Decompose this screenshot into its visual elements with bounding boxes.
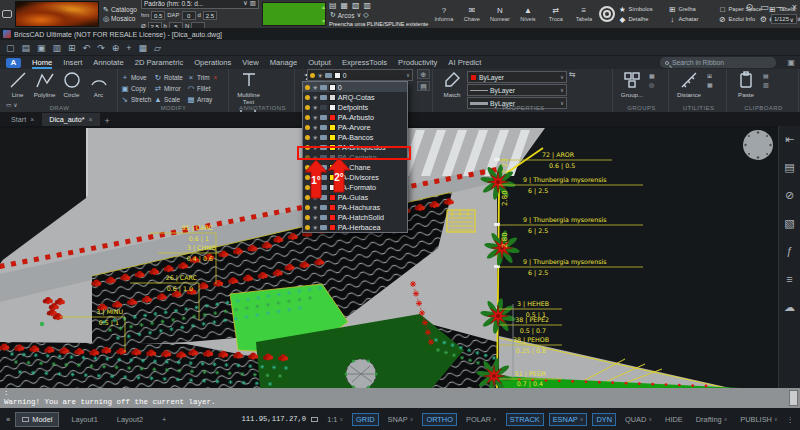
tool-match[interactable]: Match: [437, 70, 467, 99]
gear-icon[interactable]: ⚙: [760, 15, 767, 24]
app-menu-button[interactable]: A: [6, 58, 21, 68]
tool-scale[interactable]: ▲Scale: [154, 94, 186, 104]
layer-print-icon[interactable]: [320, 95, 327, 100]
toggle-grid[interactable]: GRID: [352, 413, 378, 426]
tab-manage[interactable]: Manage: [270, 57, 297, 69]
layer-on-icon[interactable]: [305, 115, 310, 120]
overflow-menu-icon[interactable]: ⋮: [787, 415, 794, 424]
layer-on-icon[interactable]: [305, 135, 310, 140]
tool-mirror[interactable]: ⇄Mirror: [154, 83, 186, 93]
layer-freeze-icon[interactable]: ☀: [312, 105, 318, 110]
layer-row-0[interactable]: ☀0: [303, 82, 407, 92]
layer-on-icon[interactable]: [305, 105, 310, 110]
fields-icon[interactable]: ƒ: [786, 246, 792, 257]
tool-paste[interactable]: Paste: [731, 70, 761, 99]
utilities-mini-1[interactable]: ▦: [707, 81, 713, 88]
color-combobox[interactable]: ByLayer∨: [467, 71, 567, 83]
toggle-quad[interactable]: QUAD∨: [621, 413, 656, 426]
groups-mini-1[interactable]: ◎: [649, 81, 655, 88]
layer-row-pa-herbacea[interactable]: ☀PA-Herbacea: [303, 222, 407, 232]
tab-output[interactable]: Output: [308, 57, 331, 69]
new-document-button[interactable]: +: [101, 116, 114, 126]
tool-rotate[interactable]: ↻Rotate: [154, 72, 186, 82]
chevron-down-icon[interactable]: ∨: [406, 72, 410, 78]
pattern-select[interactable]: Padrão (hm: 0.5: d...∨▥: [141, 0, 259, 9]
layer-print-icon[interactable]: [320, 135, 327, 140]
power-icon[interactable]: ⊙: [746, 2, 754, 12]
zoom-icon[interactable]: ⊕: [112, 43, 120, 53]
open-file-icon[interactable]: ▤: [22, 43, 31, 53]
tool-polyline[interactable]: Polyline: [31, 70, 58, 99]
groups-mini-0[interactable]: ▦: [649, 72, 655, 79]
layer-freeze-icon[interactable]: ☀: [317, 73, 323, 78]
layer-freeze-icon[interactable]: ☀: [312, 215, 318, 220]
doc-tab-dica-auto[interactable]: Dica_auto*×: [42, 113, 99, 126]
toggle-dyn[interactable]: DYN: [592, 413, 616, 426]
toggle-hide[interactable]: HIDE: [661, 413, 687, 426]
tab-home[interactable]: Home: [32, 57, 52, 69]
catalog-button[interactable]: ✎Catálogo: [102, 6, 138, 14]
tab-2d-parametric[interactable]: 2D Parametric: [135, 57, 184, 69]
layer-on-icon[interactable]: [305, 215, 310, 220]
doc-tab-start[interactable]: Start×: [4, 113, 41, 126]
button-achatar[interactable]: ↓Achatar: [668, 15, 715, 24]
tool-distance[interactable]: Distance: [673, 70, 705, 99]
minimize-button[interactable]: —: [776, 2, 785, 12]
mosaic-button[interactable]: ◎Mosaico: [102, 15, 138, 23]
save-icon[interactable]: ▥: [250, 0, 256, 7]
delete-icon[interactable]: ×: [214, 74, 218, 81]
layer-row-pa-arbusto[interactable]: ☀PA-Arbusto: [303, 112, 407, 122]
layer-print-icon[interactable]: [320, 85, 327, 90]
cloud-icon[interactable]: ☁: [784, 302, 795, 313]
layer-mini-1[interactable]: ▤: [417, 81, 430, 91]
button-detalhe[interactable]: ◆Detalhe: [618, 15, 665, 24]
add-layout-button[interactable]: +: [155, 412, 173, 427]
tool-move[interactable]: +Move: [121, 72, 153, 82]
redo-icon[interactable]: ↷: [97, 43, 105, 53]
annotation-scale[interactable]: 1:1∨: [323, 413, 347, 426]
layer-print-icon[interactable]: [320, 205, 327, 210]
toggle-polar[interactable]: POLAR∨: [462, 413, 501, 426]
button-informa[interactable]: ?Informa: [431, 6, 456, 22]
collapse-panel-icon[interactable]: ⇤: [785, 134, 794, 145]
tool-array[interactable]: ▦Array: [187, 94, 219, 104]
toggle-drafting[interactable]: Drafting∨: [692, 413, 732, 426]
command-scrollbar[interactable]: [789, 390, 798, 406]
kisselplan-logo[interactable]: [599, 6, 615, 22]
layer-row-pa-hatchsolid[interactable]: ☀PA-HatchSolid: [303, 212, 407, 222]
button-tabela[interactable]: ≡Tabela: [571, 6, 596, 22]
menu-icon[interactable]: ≡: [6, 415, 10, 424]
layer-freeze-icon[interactable]: ☀: [312, 115, 318, 120]
tool-copy[interactable]: ▣Copy: [121, 83, 153, 93]
toggle-strack[interactable]: STRACK: [506, 413, 544, 426]
clipboard-mini-1[interactable]: ▥: [763, 81, 769, 88]
texture-preview-thumbnail[interactable]: [15, 1, 99, 27]
close-icon[interactable]: ×: [88, 116, 92, 123]
color-swatch-green[interactable]: ▲▼: [262, 2, 326, 26]
field-input[interactable]: 2.5: [203, 11, 217, 20]
new-file-icon[interactable]: ▢: [6, 43, 15, 53]
layer-print-icon[interactable]: [320, 105, 327, 110]
layer-mini-0[interactable]: ⊕: [417, 69, 430, 79]
layer-on-icon[interactable]: [305, 205, 310, 210]
layer-print-icon[interactable]: [320, 215, 327, 220]
layer-on-icon[interactable]: [305, 125, 310, 130]
pan-icon[interactable]: +: [126, 43, 131, 53]
layer-row-arq-cotas[interactable]: ☀ARQ-Cotas: [303, 92, 407, 102]
tool-icon-2[interactable]: ▧: [352, 1, 360, 10]
tool-line[interactable]: Line: [4, 70, 31, 99]
field-input[interactable]: 0.5: [151, 11, 165, 20]
toggle-snap[interactable]: SNAP∨: [384, 413, 418, 426]
tool-icon-3[interactable]: ▥: [364, 1, 372, 10]
toggle-ortho[interactable]: ORTHO: [422, 413, 457, 426]
button-troca[interactable]: ⇄Troca: [543, 6, 568, 22]
tab-productivity[interactable]: Productivity: [398, 57, 437, 69]
tool-group[interactable]: Group...: [617, 70, 647, 99]
mail-icon[interactable]: ▱: [154, 43, 161, 53]
undo-icon[interactable]: ↶: [83, 43, 91, 53]
tab-insert[interactable]: Insert: [63, 57, 82, 69]
layers-panel-icon[interactable]: ▤: [784, 162, 794, 173]
tool-circle[interactable]: Circle: [58, 70, 85, 99]
layer-print-icon[interactable]: [320, 225, 327, 230]
tab-expresstools[interactable]: ExpressTools: [342, 57, 387, 69]
